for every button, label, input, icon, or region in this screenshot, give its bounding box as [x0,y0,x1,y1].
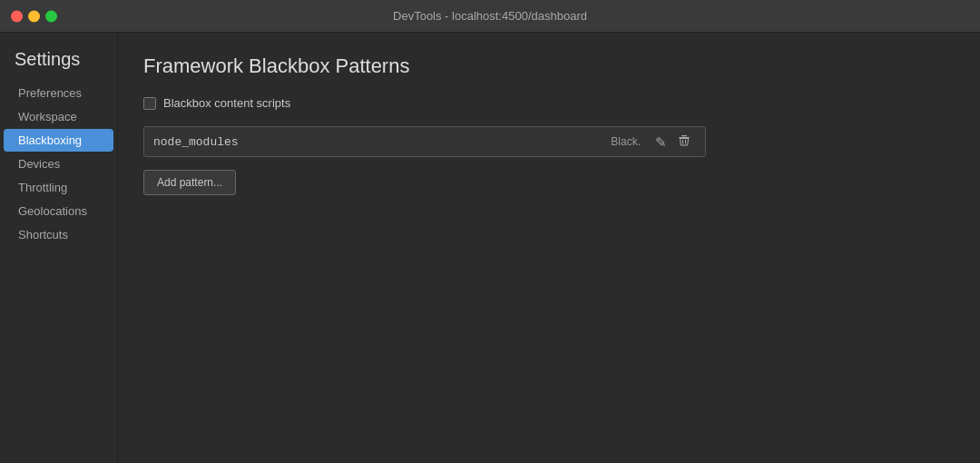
sidebar-item-shortcuts[interactable]: Shortcuts [4,223,113,246]
sidebar-item-throttling[interactable]: Throttling [4,176,113,199]
content-area: Framework Blackbox Patterns Blackbox con… [118,33,980,463]
sidebar-item-blackboxing[interactable]: Blackboxing [4,129,113,152]
sidebar-item-devices[interactable]: Devices [4,153,113,175]
edit-pattern-button[interactable]: ✎ [650,133,672,151]
page-title: Framework Blackbox Patterns [143,54,955,78]
main-layout: Settings Preferences Workspace Blackboxi… [0,33,980,463]
pattern-row: node_modules Black. ✎ [143,126,706,157]
svg-rect-1 [681,135,687,136]
blackbox-scripts-label: Blackbox content scripts [163,96,290,110]
minimize-button[interactable] [28,10,40,22]
sidebar-title: Settings [0,42,117,81]
window-title: DevTools - localhost:4500/dashboard [393,9,587,23]
delete-pattern-button[interactable] [672,133,696,151]
pattern-text: node_modules [153,135,611,149]
pattern-badge: Black. [611,135,641,148]
blackbox-scripts-checkbox[interactable] [143,97,156,110]
blackbox-scripts-row: Blackbox content scripts [143,96,955,110]
sidebar: Settings Preferences Workspace Blackboxi… [0,33,118,463]
maximize-button[interactable] [45,10,57,22]
close-button[interactable] [11,10,23,22]
sidebar-item-geolocations[interactable]: Geolocations [4,200,113,222]
add-pattern-button[interactable]: Add pattern... [143,170,236,195]
traffic-lights [11,10,57,22]
title-bar: DevTools - localhost:4500/dashboard [0,0,980,33]
sidebar-item-workspace[interactable]: Workspace [4,105,113,128]
sidebar-item-preferences[interactable]: Preferences [4,82,113,104]
